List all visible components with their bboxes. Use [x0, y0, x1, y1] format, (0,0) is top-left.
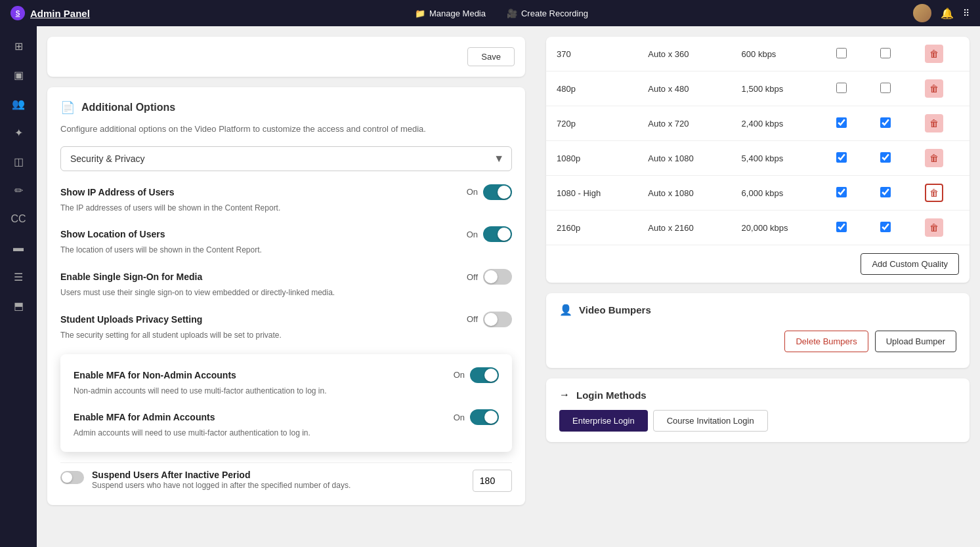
- toggle-state-show-location: On: [467, 230, 478, 239]
- table-row: 720p Auto x 720 2,400 kbps 🗑: [546, 106, 969, 141]
- quality-delete: 🗑: [914, 106, 969, 141]
- notifications-icon[interactable]: 🔔: [941, 7, 954, 20]
- sidebar: ⊞ ▣ 👥 ✦ ◫ ✏ CC ▬ ☰ ⬒: [0, 26, 37, 547]
- toggle-show-ip[interactable]: [483, 184, 512, 200]
- toggle-sso[interactable]: [483, 269, 512, 285]
- toggle-mfa-admin[interactable]: [470, 409, 499, 425]
- quality-resolution: Auto x 360: [637, 37, 731, 71]
- setting-row-mfa-nonadmin-header: Enable MFA for Non-Admin Accounts On: [74, 367, 499, 383]
- quality-delete: 🗑: [914, 37, 969, 71]
- delete-quality-btn-active[interactable]: 🗑: [925, 184, 943, 202]
- setting-desc-sso: Users must use their single sign-on to v…: [60, 287, 512, 298]
- toggle-suspend[interactable]: [60, 471, 84, 484]
- delete-quality-btn[interactable]: 🗑: [925, 45, 943, 63]
- card-header: 📄 Additional Options: [60, 100, 512, 115]
- toggle-state-mfa-admin: On: [454, 413, 465, 422]
- video-bumpers-actions: Delete Bumpers Upload Bumper: [559, 325, 956, 357]
- quality-checkbox-col2[interactable]: [880, 222, 891, 232]
- create-recording-icon: 🎥: [507, 9, 517, 18]
- toggle-show-location[interactable]: [483, 226, 512, 242]
- quality-col2: [870, 71, 914, 106]
- mfa-elevated-card: Enable MFA for Non-Admin Accounts On Non…: [60, 354, 512, 453]
- quality-delete: 🗑: [914, 141, 969, 176]
- security-privacy-dropdown[interactable]: Security & Privacy Content Access Playba…: [60, 146, 512, 171]
- toggle-student-privacy[interactable]: [483, 312, 512, 327]
- quality-bitrate: 1,500 kbps: [731, 71, 826, 106]
- course-invitation-login-tab[interactable]: Course Invitation Login: [653, 410, 768, 432]
- top-card-stub: Save: [47, 37, 525, 77]
- delete-bumpers-button[interactable]: Delete Bumpers: [784, 331, 868, 352]
- delete-quality-btn[interactable]: 🗑: [925, 218, 943, 237]
- quality-bitrate: 2,400 kbps: [731, 106, 826, 141]
- dropdown-container: Security & Privacy Content Access Playba…: [60, 146, 512, 171]
- sidebar-item-users[interactable]: 👥: [7, 92, 30, 115]
- quality-checkbox-col1[interactable]: [836, 152, 847, 163]
- delete-quality-btn[interactable]: 🗑: [925, 114, 943, 132]
- quality-bitrate: 20,000 kbps: [731, 211, 826, 245]
- quality-name: 370: [546, 37, 637, 71]
- sidebar-item-captions[interactable]: CC: [7, 207, 30, 231]
- setting-row-show-ip-header: Show IP Address of Users On: [60, 184, 512, 200]
- video-bumpers-header: 👤 Video Bumpers: [559, 304, 956, 316]
- toggle-group-show-location: On: [467, 226, 512, 242]
- sidebar-item-media[interactable]: ▣: [7, 63, 30, 87]
- suspend-days-input[interactable]: [473, 470, 512, 492]
- login-methods-header: → Login Methods: [559, 389, 956, 401]
- sidebar-item-paint[interactable]: ✏: [7, 178, 30, 202]
- setting-row-show-location-header: Show Location of Users On: [60, 226, 512, 242]
- quality-delete: 🗑: [914, 71, 969, 106]
- quality-checkbox-col1[interactable]: [836, 222, 847, 232]
- quality-checkbox-col2[interactable]: [880, 117, 891, 128]
- quality-checkbox-col1[interactable]: [836, 83, 847, 93]
- video-bumpers-card: 👤 Video Bumpers Delete Bumpers Upload Bu…: [546, 293, 969, 368]
- manage-media-nav[interactable]: 📁 Manage Media: [415, 9, 486, 18]
- additional-options-card: 📄 Additional Options Configure additiona…: [47, 87, 525, 505]
- delete-quality-btn[interactable]: 🗑: [925, 79, 943, 98]
- upload-bumper-button[interactable]: Upload Bumper: [875, 331, 956, 352]
- quality-table: 370 Auto x 360 600 kbps 🗑 480p Auto x 48…: [546, 37, 969, 245]
- create-recording-label: Create Recording: [521, 9, 588, 18]
- sidebar-item-analytics[interactable]: ✦: [7, 121, 30, 144]
- quality-checkbox-col2[interactable]: [880, 83, 891, 93]
- enterprise-login-tab[interactable]: Enterprise Login: [559, 410, 648, 432]
- toggle-thumb-mfa-admin: [484, 411, 498, 424]
- toggle-group-show-ip: On: [467, 184, 512, 200]
- quality-checkbox-col1[interactable]: [836, 48, 847, 58]
- delete-quality-btn[interactable]: 🗑: [925, 149, 943, 167]
- quality-checkbox-col2[interactable]: [880, 152, 891, 163]
- sidebar-item-table[interactable]: ☰: [7, 265, 30, 289]
- toggle-state-sso: Off: [467, 272, 478, 282]
- left-panel: Save 📄 Additional Options Configure addi…: [37, 26, 536, 547]
- additional-options-title: Additional Options: [81, 102, 175, 113]
- quality-checkbox-col2[interactable]: [880, 48, 891, 58]
- add-custom-quality-button[interactable]: Add Custom Quality: [861, 253, 959, 275]
- setting-row-student-privacy-header: Student Uploads Privacy Setting Off: [60, 312, 512, 327]
- setting-desc-mfa-nonadmin: Non-admin accounts will need to use mult…: [74, 386, 499, 397]
- avatar[interactable]: [913, 4, 931, 22]
- toggle-state-show-ip: On: [467, 187, 478, 197]
- create-recording-nav[interactable]: 🎥 Create Recording: [507, 9, 588, 18]
- setting-row-mfa-admin: Enable MFA for Admin Accounts On Admin a…: [74, 409, 499, 439]
- quality-checkbox-col2[interactable]: [880, 187, 891, 197]
- setting-label-show-ip: Show IP Address of Users: [60, 187, 175, 197]
- quality-bitrate: 5,400 kbps: [731, 141, 826, 176]
- brand-icon: S: [11, 6, 25, 20]
- sidebar-item-display[interactable]: ▬: [7, 236, 30, 260]
- quality-resolution: Auto x 1080: [637, 176, 731, 211]
- quality-checkbox-col1[interactable]: [836, 117, 847, 128]
- toggle-group-mfa-nonadmin: On: [454, 367, 499, 383]
- toggle-mfa-nonadmin[interactable]: [470, 367, 499, 383]
- toggle-thumb-student-privacy: [484, 313, 498, 326]
- quality-col2: [870, 37, 914, 71]
- apps-icon[interactable]: ⠿: [963, 8, 969, 18]
- manage-media-label: Manage Media: [429, 9, 486, 18]
- sidebar-item-layers[interactable]: ◫: [7, 150, 30, 173]
- save-button[interactable]: Save: [467, 47, 515, 66]
- sidebar-item-reports[interactable]: ⬒: [7, 294, 30, 317]
- table-row: 1080p Auto x 1080 5,400 kbps 🗑: [546, 141, 969, 176]
- sidebar-item-dashboard[interactable]: ⊞: [7, 34, 30, 58]
- toggle-thumb-show-ip: [498, 186, 511, 199]
- quality-checkbox-col1[interactable]: [836, 187, 847, 197]
- quality-name: 2160p: [546, 211, 637, 245]
- brand-logo[interactable]: S Admin Panel: [11, 6, 90, 20]
